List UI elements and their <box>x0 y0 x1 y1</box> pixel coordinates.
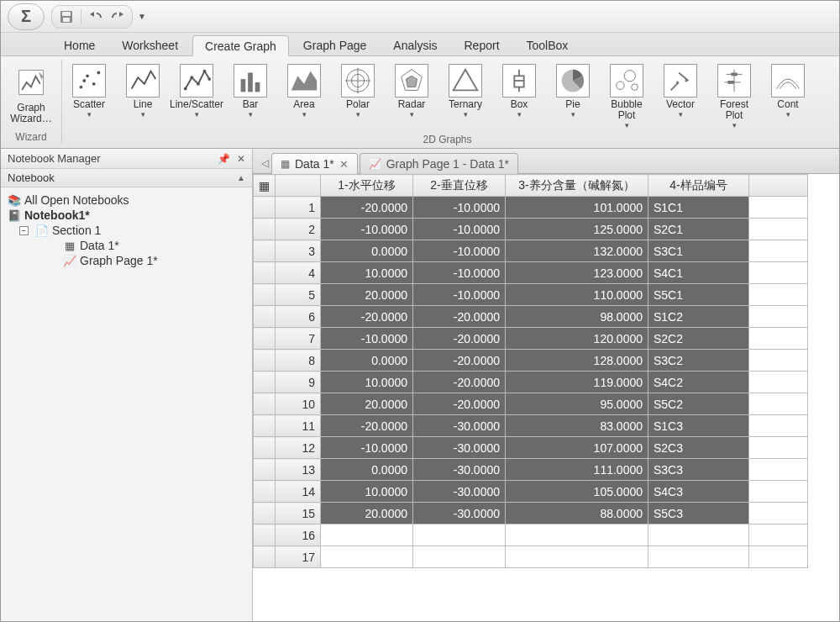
cell[interactable]: S2C2 <box>648 328 749 350</box>
cell-empty[interactable] <box>506 546 648 568</box>
cell-empty[interactable] <box>749 350 808 372</box>
cell-empty[interactable] <box>749 219 808 240</box>
cell[interactable]: S3C3 <box>648 459 749 481</box>
row-number[interactable]: 16 <box>276 524 321 546</box>
cell[interactable]: -10.0000 <box>413 219 506 240</box>
cell[interactable]: -20.0000 <box>413 328 506 350</box>
table-row[interactable]: 1520.0000-30.000088.0000S5C3 <box>254 503 808 524</box>
cell[interactable]: -20.0000 <box>413 372 506 393</box>
contour-button[interactable]: Cont▾ <box>764 61 811 121</box>
col-header-2[interactable]: 2-垂直位移 <box>413 175 506 197</box>
polar-button[interactable]: Polar▾ <box>334 61 381 121</box>
cell[interactable]: -30.0000 <box>413 459 506 481</box>
cell[interactable]: -30.0000 <box>413 437 506 459</box>
tree-all-notebooks[interactable]: 📚 All Open Notebooks <box>8 192 249 208</box>
vector-button[interactable]: Vector▾ <box>657 61 704 121</box>
cell[interactable]: S4C2 <box>648 372 749 393</box>
cell[interactable]: -30.0000 <box>413 503 506 524</box>
app-menu-button[interactable]: Σ <box>8 3 45 30</box>
cell[interactable]: 98.0000 <box>506 306 648 328</box>
row-number[interactable]: 4 <box>276 262 321 284</box>
forest-button[interactable]: Forest Plot▾ <box>711 61 758 132</box>
graph-wizard-button[interactable]: Graph Wizard… <box>6 61 56 127</box>
tab-worksheet[interactable]: Worksheet <box>109 34 191 55</box>
cell[interactable]: 128.0000 <box>506 350 648 372</box>
cell[interactable]: S1C1 <box>648 197 749 219</box>
col-header-3[interactable]: 3-养分含量（碱解氮） <box>506 175 648 197</box>
cell[interactable]: -20.0000 <box>413 393 506 415</box>
cell[interactable]: 88.0000 <box>506 503 648 524</box>
select-all-corner[interactable]: ▦ <box>254 175 276 197</box>
cell-empty[interactable] <box>413 546 506 568</box>
cell[interactable]: 105.0000 <box>506 481 648 503</box>
cell[interactable]: -20.0000 <box>413 350 506 372</box>
cell[interactable]: S1C2 <box>648 306 749 328</box>
row-number[interactable]: 14 <box>276 481 321 503</box>
cell[interactable]: 123.0000 <box>506 262 648 284</box>
table-row[interactable]: 7-10.0000-20.0000120.0000S2C2 <box>254 328 808 350</box>
cell[interactable]: 20.0000 <box>321 284 413 306</box>
redo-icon[interactable] <box>108 8 127 26</box>
data-grid[interactable]: ▦ 1-水平位移 2-垂直位移 3-养分含量（碱解氮） 4-样品编号 1-20.… <box>253 174 808 568</box>
row-number[interactable]: 6 <box>276 306 321 328</box>
cell[interactable]: -30.0000 <box>413 481 506 503</box>
bar-button[interactable]: Bar▾ <box>227 61 274 121</box>
doc-tab-data1[interactable]: ▦ Data 1* ✕ <box>271 153 358 174</box>
row-number[interactable]: 5 <box>276 284 321 306</box>
cell[interactable]: -10.0000 <box>321 328 413 350</box>
cell[interactable]: 10.0000 <box>321 481 413 503</box>
cell[interactable]: 120.0000 <box>506 328 648 350</box>
table-row[interactable]: 80.0000-20.0000128.0000S3C2 <box>254 350 808 372</box>
cell[interactable]: S4C1 <box>648 262 749 284</box>
row-number[interactable]: 9 <box>276 372 321 393</box>
qat-dropdown-icon[interactable]: ▼ <box>138 12 146 21</box>
row-number[interactable]: 11 <box>276 415 321 437</box>
collapse-icon[interactable]: − <box>19 226 29 235</box>
cell[interactable]: S4C3 <box>648 481 749 503</box>
cell[interactable]: 107.0000 <box>506 437 648 459</box>
cell[interactable]: -10.0000 <box>413 262 506 284</box>
cell-empty[interactable] <box>648 524 749 546</box>
row-number[interactable]: 2 <box>276 219 321 240</box>
worksheet[interactable]: ▦ 1-水平位移 2-垂直位移 3-养分含量（碱解氮） 4-样品编号 1-20.… <box>253 174 839 622</box>
tab-graph-page[interactable]: Graph Page <box>291 34 380 55</box>
radar-button[interactable]: Radar▾ <box>388 61 435 121</box>
tree-notebook1[interactable]: 📓 Notebook1* <box>8 208 249 223</box>
cell[interactable]: -20.0000 <box>413 306 506 328</box>
cell[interactable]: S5C2 <box>648 393 749 415</box>
save-icon[interactable] <box>57 8 76 26</box>
cell-empty[interactable] <box>749 415 808 437</box>
cell-empty[interactable] <box>749 197 808 219</box>
cell[interactable]: 95.0000 <box>506 393 648 415</box>
table-row[interactable]: 6-20.0000-20.000098.0000S1C2 <box>254 306 808 328</box>
cell[interactable]: 101.0000 <box>506 197 648 219</box>
scatter-button[interactable]: Scatter▾ <box>66 61 113 121</box>
cell[interactable]: 0.0000 <box>321 240 413 262</box>
tree-graphpage1[interactable]: 📈 Graph Page 1* <box>8 253 249 268</box>
cell[interactable]: -10.0000 <box>413 284 506 306</box>
cell[interactable]: 10.0000 <box>321 372 413 393</box>
table-row[interactable]: 12-10.0000-30.0000107.0000S2C3 <box>254 437 808 459</box>
linescatter-button[interactable]: Line/Scatter▾ <box>173 61 220 121</box>
cell[interactable]: 20.0000 <box>321 393 413 415</box>
row-number[interactable]: 13 <box>276 459 321 481</box>
cell-empty[interactable] <box>749 306 808 328</box>
tab-report[interactable]: Report <box>452 34 512 55</box>
cell[interactable]: 83.0000 <box>506 415 648 437</box>
cell[interactable]: S3C1 <box>648 240 749 262</box>
pin-icon[interactable]: 📌 <box>218 153 230 165</box>
table-row[interactable]: 11-20.0000-30.000083.0000S1C3 <box>254 415 808 437</box>
tab-analysis[interactable]: Analysis <box>381 34 449 55</box>
cell-empty[interactable] <box>749 437 808 459</box>
cell[interactable]: -10.0000 <box>321 219 413 240</box>
doc-tab-graphpage1[interactable]: 📈 Graph Page 1 - Data 1* <box>360 153 518 174</box>
cell[interactable]: -20.0000 <box>321 415 413 437</box>
cell-empty[interactable] <box>648 546 749 568</box>
cell[interactable]: 110.0000 <box>506 284 648 306</box>
cell[interactable]: -10.0000 <box>321 437 413 459</box>
close-tab-icon[interactable]: ✕ <box>339 158 349 171</box>
cell-empty[interactable] <box>749 524 808 546</box>
cell[interactable]: -20.0000 <box>321 197 413 219</box>
cell[interactable]: 0.0000 <box>321 350 413 372</box>
cell[interactable]: 132.0000 <box>506 240 648 262</box>
